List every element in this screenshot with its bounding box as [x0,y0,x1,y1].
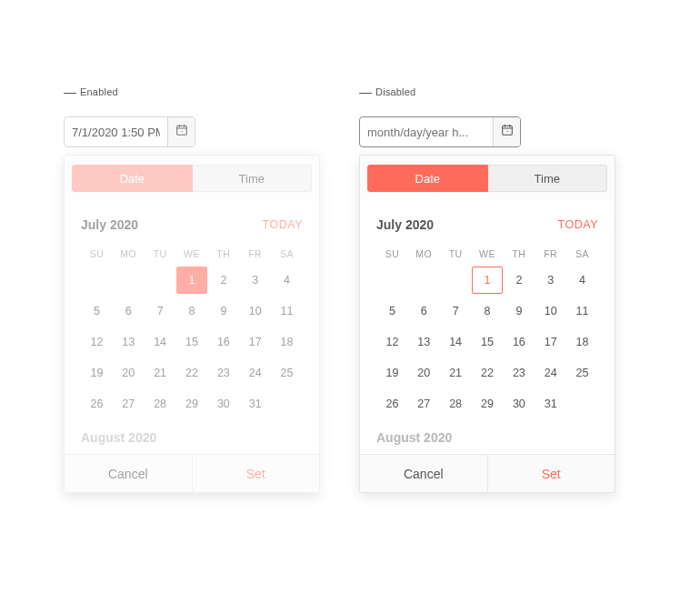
day-cell[interactable]: 25 [566,359,598,387]
day-cell[interactable]: 3 [239,267,271,294]
day-cell[interactable]: 6 [408,297,440,325]
day-cell[interactable]: 5 [81,297,113,325]
day-cell[interactable]: 1 [472,267,504,294]
day-cell[interactable]: 20 [408,359,440,387]
day-cell[interactable]: 13 [113,328,145,356]
day-cell[interactable]: 4 [271,267,303,294]
tab-time[interactable]: Time [193,165,313,192]
cancel-button[interactable]: Cancel [360,455,488,492]
set-button[interactable]: Set [488,455,615,492]
day-cell[interactable]: 15 [472,328,504,356]
tab-time[interactable]: Time [488,165,608,192]
day-cell[interactable]: 28 [440,390,472,418]
day-cell[interactable]: 8 [176,297,208,325]
day-cell[interactable]: 10 [535,297,566,325]
day-cell[interactable]: 30 [207,390,239,418]
calendar-icon-button[interactable] [167,117,195,146]
day-cell[interactable]: 9 [503,297,535,325]
day-cell[interactable]: 11 [271,297,303,325]
datepicker-popup: Date Time July 2020 TODAY SUMOTUWETHFRSA… [359,155,615,493]
day-cell[interactable]: 14 [440,328,472,356]
day-cell[interactable]: 22 [176,359,208,387]
day-cell[interactable]: 23 [207,359,239,387]
day-cell[interactable]: 16 [503,328,535,356]
day-cell[interactable]: 27 [408,390,440,418]
day-cell[interactable]: 7 [440,297,472,325]
svg-rect-0 [176,126,186,135]
day-cell[interactable]: 27 [113,390,145,418]
day-cell[interactable]: 29 [472,390,504,418]
day-cell[interactable]: 31 [535,390,566,418]
weekday-header: SUMOTUWETHFRSA [81,245,303,263]
day-cell[interactable]: 30 [503,390,535,418]
day-cell[interactable]: 9 [207,297,239,325]
svg-point-1 [181,131,182,132]
day-cell[interactable]: 17 [535,328,566,356]
calendar-icon [500,123,515,141]
day-cell[interactable]: 31 [239,390,271,418]
today-button[interactable]: TODAY [558,218,598,231]
day-cell[interactable]: 17 [239,328,271,356]
calendar-grid: ...1234567891011121314151617181920212223… [81,267,303,418]
weekday-header: SUMOTUWETHFRSA [376,245,598,263]
day-cell[interactable]: 5 [376,297,408,325]
cancel-button[interactable]: Cancel [65,455,193,492]
datetime-textfield[interactable] [65,117,167,146]
day-cell[interactable]: 11 [566,297,598,325]
day-cell-blank: . [271,390,303,418]
day-cell[interactable]: 24 [239,359,271,387]
day-cell[interactable]: 20 [113,359,145,387]
day-cell[interactable]: 13 [408,328,440,356]
day-cell[interactable]: 22 [472,359,504,387]
day-cell[interactable]: 18 [566,328,598,356]
svg-rect-2 [502,126,512,135]
calendar-icon-button[interactable] [493,117,520,146]
section-label-enabled: Enabled [64,86,118,97]
day-cell[interactable]: 7 [145,297,176,325]
day-cell-blank: . [376,267,408,294]
datetime-input-disabled[interactable] [359,116,521,147]
day-cell[interactable]: 25 [271,359,303,387]
day-cell[interactable]: 10 [239,297,271,325]
calendar-icon [175,123,189,141]
next-month-title: August 2020 [65,421,319,445]
day-cell[interactable]: 29 [176,390,208,418]
day-cell[interactable]: 2 [503,267,535,294]
datetime-input-enabled[interactable] [64,116,195,147]
tab-date[interactable]: Date [72,165,193,192]
calendar-grid: ...1234567891011121314151617181920212223… [376,267,598,418]
day-cell[interactable]: 2 [207,267,239,294]
day-cell[interactable]: 8 [472,297,504,325]
svg-point-3 [506,131,507,132]
day-cell[interactable]: 6 [113,297,145,325]
day-cell[interactable]: 4 [566,267,598,294]
day-cell-blank: . [81,267,113,294]
day-cell[interactable]: 26 [81,390,113,418]
tab-date[interactable]: Date [367,165,488,192]
day-cell[interactable]: 24 [535,359,566,387]
day-cell[interactable]: 15 [176,328,208,356]
day-cell[interactable]: 26 [376,390,408,418]
set-button[interactable]: Set [193,455,320,492]
day-cell[interactable]: 19 [376,359,408,387]
day-cell[interactable]: 23 [503,359,535,387]
day-cell[interactable]: 21 [440,359,472,387]
day-cell[interactable]: 21 [145,359,176,387]
datepicker-popup: Date Time July 2020 TODAY SUMOTUWETHFRSA… [64,155,320,493]
day-cell[interactable]: 19 [81,359,113,387]
section-label-disabled: Disabled [359,86,415,97]
today-button[interactable]: TODAY [263,218,303,231]
day-cell[interactable]: 14 [145,328,176,356]
day-cell-blank: . [113,267,145,294]
day-cell[interactable]: 3 [535,267,566,294]
day-cell[interactable]: 16 [207,328,239,356]
day-cell[interactable]: 18 [271,328,303,356]
day-cell[interactable]: 12 [376,328,408,356]
day-cell[interactable]: 28 [145,390,176,418]
datetime-textfield[interactable] [360,117,493,146]
day-cell[interactable]: 12 [81,328,113,356]
day-cell[interactable]: 1 [176,267,208,294]
day-cell-blank: . [566,390,598,418]
next-month-title: August 2020 [360,421,615,445]
day-cell-blank: . [145,267,176,294]
